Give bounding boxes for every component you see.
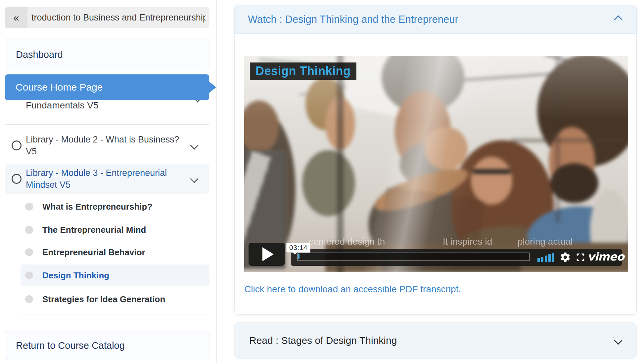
seek-bar-played — [298, 254, 299, 259]
sidebar-lesson-what-is-entrepreneurship[interactable]: What is Entrepreneurship? — [21, 196, 209, 218]
module-2-line2: V5 — [26, 145, 193, 157]
collapse-sidebar-button[interactable]: « — [5, 7, 27, 28]
lesson-bullet-icon — [25, 271, 33, 279]
video-overlay-title-box: Design Thinking — [250, 62, 356, 80]
module-2-line1: Library - Module 2 - What is Business? — [26, 134, 193, 145]
burned-in-caption: centered design th — [309, 236, 385, 247]
lesson-label: Design Thinking — [42, 264, 109, 286]
active-item-arrow — [208, 81, 216, 94]
settings-gear-icon[interactable] — [560, 252, 571, 263]
sidebar-lesson-entrepreneurial-mind[interactable]: The Entrepreneurial Mind — [21, 219, 209, 241]
chevron-down-icon[interactable] — [614, 336, 622, 344]
watch-panel: Watch : Design Thinking and the Entrepre… — [234, 5, 637, 315]
sidebar-lesson-strategies-idea-generation[interactable]: Strategies for Idea Generation — [21, 288, 209, 310]
divider — [21, 218, 209, 218]
lesson-label: What is Entrepreneurship? — [42, 196, 152, 218]
fullscreen-icon[interactable] — [575, 252, 585, 262]
lesson-bullet-icon — [25, 295, 33, 303]
time-tooltip: 03:14 — [286, 243, 310, 253]
module-1-partial-label: Fundamentals V5 — [26, 100, 98, 111]
sidebar-lesson-design-thinking[interactable]: Design Thinking — [21, 264, 209, 286]
module-3-line1: Library - Module 3 - Entrepreneurial — [26, 167, 193, 179]
burned-in-caption: ploring actual — [518, 236, 573, 247]
read-panel-title: Read : Stages of Design Thinking — [249, 323, 397, 358]
return-to-catalog-button[interactable]: Return to Course Catalog — [5, 331, 209, 360]
return-label: Return to Course Catalog — [16, 331, 125, 360]
vimeo-video-player[interactable]: Design Thinking centered design th It in… — [244, 56, 628, 272]
lesson-bullet-icon — [25, 226, 33, 234]
divider — [21, 314, 209, 314]
watch-panel-header[interactable]: Watch : Design Thinking and the Entrepre… — [235, 5, 636, 34]
module-3-label: Library - Module 3 - Entrepreneurial Min… — [26, 167, 193, 191]
burned-in-caption: It inspires id — [443, 236, 492, 247]
course-title: troduction to Business and Entrepreneurs… — [31, 7, 206, 28]
lesson-label: Strategies for Idea Generation — [42, 288, 165, 310]
course-page: « troduction to Business and Entrepreneu… — [0, 0, 644, 363]
play-icon — [262, 247, 274, 261]
lesson-label: The Entrepreneurial Mind — [42, 219, 146, 241]
seek-bar[interactable] — [297, 253, 530, 261]
sidebar-module-3[interactable]: Library - Module 3 - Entrepreneurial Min… — [5, 164, 209, 194]
sidebar-lesson-entrepreneurial-behavior[interactable]: Entrepreneurial Behavior — [21, 241, 209, 263]
transcript-download-link[interactable]: Click here to download an accessible PDF… — [244, 284, 461, 295]
vimeo-logo[interactable]: vimeo — [587, 250, 624, 263]
module-3-line2: Mindset V5 — [26, 179, 193, 191]
player-control-bar: vimeo — [291, 249, 622, 266]
watch-panel-title: Watch : Design Thinking and the Entrepre… — [248, 5, 458, 33]
sidebar-module-2[interactable]: Library - Module 2 - What is Business? V… — [5, 132, 209, 159]
play-button[interactable] — [249, 243, 285, 266]
lesson-bullet-icon — [25, 248, 33, 256]
course-home-label: Course Home Page — [16, 74, 103, 100]
chevron-up-icon[interactable] — [614, 15, 622, 23]
module-2-label: Library - Module 2 - What is Business? V… — [26, 134, 193, 157]
lesson-label: Entrepreneurial Behavior — [42, 241, 145, 263]
sidebar-scroll-edge[interactable] — [216, 0, 217, 363]
read-panel-header[interactable]: Read : Stages of Design Thinking — [234, 322, 637, 359]
volume-bars-icon[interactable] — [537, 253, 554, 262]
sidebar-course-header: « troduction to Business and Entrepreneu… — [5, 7, 209, 28]
lesson-bullet-icon — [25, 203, 33, 211]
chevrons-left-icon: « — [13, 12, 19, 24]
dashboard-label: Dashboard — [16, 38, 63, 71]
divider — [5, 124, 209, 125]
sidebar-item-dashboard[interactable]: Dashboard — [5, 38, 209, 71]
progress-ring-icon — [12, 174, 22, 184]
sidebar-item-course-home[interactable]: Course Home Page — [5, 74, 209, 100]
progress-ring-icon — [12, 141, 22, 150]
video-overlay-title: Design Thinking — [255, 64, 351, 78]
